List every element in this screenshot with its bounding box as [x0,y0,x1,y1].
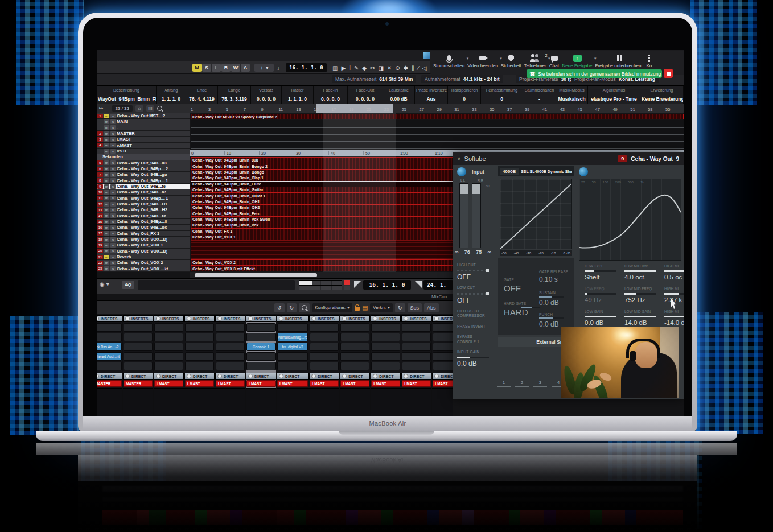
power-dot-icon[interactable] [373,316,377,321]
insert-slot[interactable] [216,352,245,361]
routing-target[interactable]: LMAST [433,380,453,387]
inserts-header[interactable]: INSERTS [340,315,370,322]
insert-slot[interactable] [97,323,122,332]
info-field[interactable]: Feinabstimmung 0 [481,86,523,104]
automation-button[interactable]: M [192,64,202,72]
mute-button[interactable]: m [104,184,109,189]
mute-button[interactable]: m [104,143,109,147]
mixer-channel-strip[interactable]: INSERTS DIRECT LMAST [432,315,453,416]
solo-button[interactable]: s [110,160,116,165]
routing-target[interactable]: MASTER [124,380,153,387]
insert-slot[interactable] [310,333,339,341]
insert-slot[interactable] [371,352,400,361]
eq-slider[interactable] [624,293,656,295]
direct-header[interactable]: DIRECT [277,373,309,380]
info-field[interactable]: Stummschalten - [523,86,556,104]
mute-button[interactable]: m [104,160,109,165]
insert-slot[interactable] [310,352,339,361]
metronome-note-icon[interactable]: ♩ [276,64,284,72]
routing-target[interactable]: LMAST [246,380,276,387]
position-display[interactable]: 16. 1. 1. 0 [286,63,327,72]
mute-button[interactable]: m [104,131,109,136]
direct-header[interactable]: DIRECT [340,373,370,380]
gate-release-value[interactable]: 0.10 s [539,275,558,283]
eq-control[interactable]: HIGH MI -14.0 d [664,310,684,326]
insert-slot[interactable] [277,323,308,332]
zoom-toolbar-item[interactable]: ▾ Neue Freigabe [562,54,593,68]
insert-slot[interactable] [216,333,245,341]
insert-slot[interactable] [433,352,453,361]
routing-target[interactable]: MASTER [97,380,122,387]
zoom-toolbar-item[interactable]: ▾ Video beenden [467,54,498,68]
inserts-header[interactable]: INSERTS [184,315,215,322]
insert-slot[interactable] [371,343,400,351]
mute-button[interactable]: m [104,196,109,200]
zoom-toolbar-item[interactable]: ▾ Freigabe unterbrechen [595,54,641,68]
insert-slot[interactable]: bx_digital V3 [277,343,308,351]
routing-target[interactable]: LMAST [154,380,183,387]
zoom-toolbar-item[interactable]: 2 ▾ Teilnehmer [524,54,546,68]
insert-slot[interactable] [185,343,214,351]
plugin-control[interactable]: HIGH CUT OFF [457,263,494,281]
insert-slot[interactable]: ck Bss An...-2 [97,343,122,351]
direct-header[interactable]: DIRECT [371,373,401,380]
power-dot-icon[interactable] [187,316,191,321]
inserts-header[interactable]: INSERTS [432,315,453,322]
track-row[interactable]: 8 m s Ceha - Way Out_94Bp... 1 [97,178,190,184]
power-dot-icon[interactable] [279,374,283,378]
info-field[interactable]: Musik-Modus Musikalisch [556,86,588,104]
insert-slot[interactable] [340,323,369,332]
insert-slot[interactable] [124,343,153,351]
zoom-toolbar-item[interactable]: ▾ Stummschalten [433,54,464,68]
punch-slider[interactable] [539,317,564,319]
track-preset-icon[interactable]: ↦ [99,105,104,111]
track-row[interactable]: m s VSTi [97,149,190,154]
info-field[interactable]: Länge 75. 3. 3.119 [218,86,251,104]
tool-dropdown[interactable]: ⊹▾ [254,64,274,72]
direct-header[interactable]: DIRECT [97,373,122,380]
line-tool-icon[interactable]: ∥ [412,65,414,71]
model-button[interactable]: 4000E [500,168,519,175]
inserts-header[interactable]: INSERTS [123,315,153,322]
track-row[interactable]: 18 m s Ceha - Way Out_VOX...D) [97,237,190,242]
track-row[interactable]: 23 m s Ceha - Way Out_VOX ...kt [97,266,190,272]
sus-button[interactable]: Sus [408,303,422,312]
inserts-header[interactable]: INSERTS [401,315,431,322]
info-field[interactable]: Raster 1. 1. 1. 0 [282,86,314,104]
redo-icon[interactable]: ↻ [287,303,297,312]
insert-slot[interactable]: filtered Aud...nt [97,352,122,361]
mute-button[interactable]: m [104,137,109,142]
insert-slot[interactable] [340,343,369,351]
info-field[interactable]: Beschreibung WayOut_94Bpm_Bmin_Flute [97,86,157,104]
track-row[interactable]: 5 m s Ceha - Way Out_94B...08 [97,160,190,166]
info-field[interactable]: Phase invertieren Aus [415,86,448,104]
link-dropdown[interactable]: Verkn.▾ [370,303,393,312]
insert-slot[interactable] [433,343,453,351]
sustain-value[interactable]: 0.0 dB [539,299,559,307]
mute-button[interactable]: m [104,231,109,236]
hard-gate-value[interactable]: HARD [504,307,528,317]
eq-control[interactable]: LOW TYPE Shelf [585,264,624,281]
eq-slider[interactable] [585,270,616,272]
routing-target[interactable]: LMAST [371,380,400,387]
insert-slot[interactable] [97,362,122,370]
insert-slot[interactable] [433,333,453,341]
mute-button[interactable]: m [104,266,109,271]
power-dot-icon[interactable] [434,316,439,321]
stop-share-button[interactable] [664,69,673,78]
mute-button[interactable]: m [104,225,109,230]
comp-tool-icon[interactable]: ✱ [404,65,408,71]
solo-button[interactable]: s [110,196,116,200]
mixer-channel-strip[interactable]: INSERTS ValhallaVintag...rb bx_digital V… [277,315,309,416]
track-row[interactable]: 11 m s Ceha - Way Out_94Bp... 1 [97,196,190,201]
zoom-toolbar-item[interactable]: ▾ Sicherheit [501,54,521,68]
automation-button[interactable]: W [231,64,240,72]
plugin-control[interactable]: LOW CUT OFF [457,286,494,304]
power-dot-icon[interactable] [373,374,377,378]
record-sub-button[interactable] [344,286,350,290]
insert-slot[interactable] [124,352,153,361]
solo-button[interactable]: s [110,249,116,253]
gain-slider[interactable] [457,357,489,358]
eq-control[interactable]: HIGH MI 0.5 oc [664,264,684,281]
mute-button[interactable]: m [104,208,109,212]
